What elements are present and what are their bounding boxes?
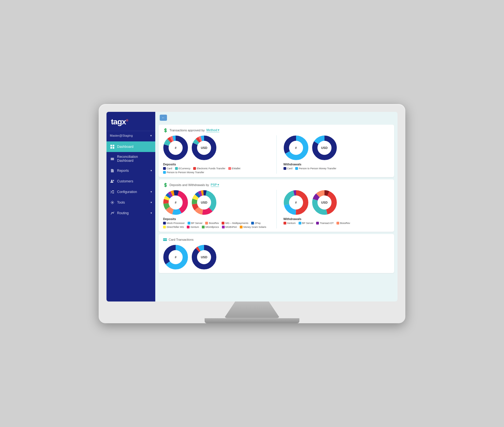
card-usd-label: USD [201,255,207,259]
svg-point-14 [111,192,112,194]
back-button[interactable]: ← [160,115,167,121]
app-logo: tagx® [111,117,128,126]
deposits-title: Deposits [163,163,270,166]
psp-withdrawals-group: # [284,190,390,225]
legend-w-card: Card [284,167,293,170]
withdrawals-count-donut: # [284,135,309,160]
psp-deposits-legend: Mock Processor BP Server BossRev [163,222,270,228]
monitor-base [205,318,299,323]
psp-deposits-group: # [163,190,270,228]
configuration-label: Configuration [117,190,137,194]
psp-deposits-usd-label: USD [201,201,207,204]
legend-zpay: ZPay [251,222,261,225]
transactions-approved-title: Transactions approved by [169,129,205,132]
psp-deposits-count-label: # [175,201,176,204]
configuration-arrow-icon: ▾ [151,190,152,193]
sidebar-account[interactable]: Master@Staging ▾ [106,131,155,140]
psp-withdrawals-label-section: Withdrawals Xentum BP Server [284,217,390,225]
psp-withdrawals-count-label: # [295,201,297,204]
legend-eft: Electronic Funds Transfer [193,167,226,170]
sidebar-item-dashboard[interactable]: Dashboard [106,141,155,152]
sliders-icon [110,189,115,194]
psp-charts-row: # [163,190,390,228]
psp-selector[interactable]: PSP ▾ [211,183,219,187]
sidebar-item-routing[interactable]: Routing ▾ [106,208,155,218]
legend-ecurrency: ECurrency [175,167,191,170]
legend-w-p2p: Person to Person Money Transfer [295,167,336,170]
main-content: ← 💲 Transactions approved by Method ▾ [155,112,398,301]
psp-deposits-label-section: Deposits Mock Processor BP Server [163,217,270,228]
sidebar-item-reconciliation[interactable]: Reconciliation Dashboard [106,152,155,165]
grid-icon [110,144,115,149]
card-count-donut: # [163,245,188,270]
psp-withdrawals-usd-label: USD [321,201,328,204]
tools-icon [110,200,115,205]
card-transactions-charts-pair: # USD [163,245,390,270]
legend-bossrev: BossRev [205,222,219,225]
legend-xentum: Xentum [187,226,199,228]
legend-mgbriperi: MGBriPeri [222,226,237,228]
psp-title: Deposits and Withdrawals by [169,183,209,187]
reports-arrow-icon: ▾ [151,169,152,172]
card-transactions-title: Card Transactions [169,238,193,241]
method-selector[interactable]: Method ▾ [206,128,219,132]
card-icon [163,237,167,242]
legend-p2p: Person to Person Money Transfer [163,171,204,174]
deposits-legend: Card ECurrency Electronic Funds Transfer [163,167,270,174]
transactions-approved-card: 💲 Transactions approved by Method ▾ [159,125,394,177]
card-transactions-header: Card Transactions [163,237,390,242]
sidebar-nav: Dashboard Reconciliation Dashboard [106,140,155,301]
method-dropdown-arrow: ▾ [218,128,219,132]
psp-withdrawals-count-donut: # [284,190,309,215]
sidebar-item-configuration[interactable]: Configuration ▾ [106,187,155,197]
legend-bp: BP Server [188,222,203,225]
dollar-icon: 💲 [163,128,168,132]
psp-deposits-usd-donut: USD [192,190,217,215]
withdrawals-count-label: # [295,146,297,149]
svg-rect-2 [110,147,112,149]
transactions-approved-header: 💲 Transactions approved by Method ▾ [163,128,390,132]
svg-rect-6 [111,160,114,160]
psp-deposits-title: Deposits [163,217,270,221]
withdrawals-legend: Card Person to Person Money Transfer [284,167,390,170]
psp-dropdown-arrow: ▾ [217,183,219,187]
psp-withdrawals-charts-pair: # [284,190,390,215]
users-icon [110,179,115,184]
legend-mock: Mock Processor [163,222,185,225]
svg-rect-68 [163,239,167,240]
legend-mgintlprocs: MGIntlprocs [202,226,219,228]
legend-w-transact: Transact-DT [316,222,334,225]
logo-name: tagx [111,117,126,126]
route-icon [110,211,115,216]
card1-divider [276,135,277,174]
top-bar: ← [155,112,398,124]
deposits-count-label: # [175,146,176,149]
svg-point-12 [111,190,112,191]
monitor-outer: tagx® Master@Staging ▾ [99,104,405,323]
withdrawals-title: Withdrawals [284,163,390,166]
sidebar-item-tools[interactable]: Tools ▾ [106,197,155,208]
legend-directteller: DirectTeller MG [163,226,184,228]
deposits-usd-label: USD [201,146,207,149]
tools-label: Tools [117,201,125,204]
legend-mgs: Money Gram Solaris [240,226,266,228]
customers-label: Customers [117,179,133,183]
withdrawals-charts-pair: # USD [284,135,390,160]
monitor-stand [224,301,280,318]
legend-w-bossrev: BossRev [336,222,350,225]
deposits-usd-donut: USD [192,135,217,160]
sidebar: tagx® Master@Staging ▾ [106,112,155,301]
withdrawals-usd-label: USD [321,146,328,149]
withdrawals-group: # USD [284,135,390,170]
routing-arrow-icon: ▾ [151,211,152,214]
reports-label: Reports [117,169,129,173]
sidebar-item-customers[interactable]: Customers [106,176,155,187]
psp-withdrawals-title: Withdrawals [284,217,390,221]
psp-header: 💲 Deposits and Withdrawals by PSP ▾ [163,183,390,187]
sidebar-item-reports[interactable]: Reports ▾ [106,165,155,176]
legend-ewallet: EWallet [228,167,241,170]
legend-mg-multi: MG – Multipayments [222,222,248,225]
tools-arrow-icon: ▾ [151,201,152,204]
chevron-down-icon: ▾ [150,134,152,137]
transactions-charts-row: # [163,135,390,174]
